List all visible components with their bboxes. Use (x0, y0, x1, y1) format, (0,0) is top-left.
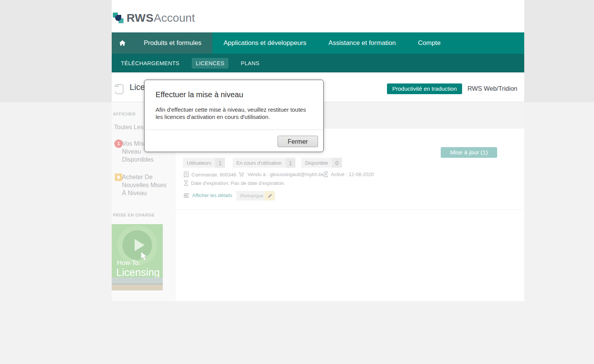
nav-item-assistance[interactable]: Assistance et formation (318, 32, 407, 54)
nav-item-produits[interactable]: Produits et formules (133, 32, 212, 54)
filter-tridion-button[interactable]: RWS Web/Tridion (467, 85, 517, 92)
page: RWSAccount Produits et formules Applicat… (0, 0, 594, 364)
nav-item-compte[interactable]: Compte (407, 32, 452, 54)
upgrade-modal: Effectuer la mise à niveau Afin d'effect… (144, 80, 324, 152)
modal-footer: Fermer (144, 130, 323, 152)
nav-item-applications[interactable]: Applications et développeurs (212, 32, 317, 54)
main-nav: Produits et formules Applications et dév… (112, 32, 524, 54)
subnav-item-telechargements[interactable]: TÉLÉCHARGEMENTS (121, 60, 180, 66)
close-button[interactable]: Fermer (278, 136, 318, 147)
subnav-item-licences[interactable]: LICENCES (192, 58, 229, 69)
filter-productivite-button[interactable]: Productivité en traduction (387, 83, 462, 94)
subnav-item-plans[interactable]: PLANS (241, 60, 259, 66)
logo-brand: RWS (127, 11, 154, 24)
rws-logo-icon (113, 13, 124, 23)
modal-body-text: Afin d'effectuer cette mise à niveau, ve… (156, 106, 306, 120)
modal-title: Effectuer la mise à niveau (156, 90, 243, 99)
logo-product: Account (154, 11, 195, 24)
sub-nav: TÉLÉCHARGEMENTS LICENCES PLANS (112, 54, 524, 72)
logo: RWSAccount (113, 11, 195, 24)
licence-scroll-icon (113, 83, 125, 95)
home-button[interactable] (112, 32, 133, 54)
header: RWSAccount (112, 0, 524, 32)
home-icon (119, 39, 126, 47)
